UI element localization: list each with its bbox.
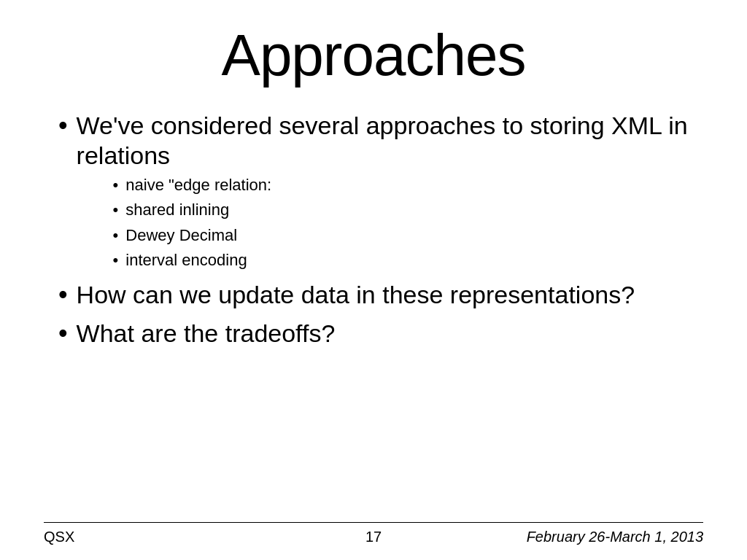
footer-left: QSX <box>44 529 74 545</box>
slide: Approaches • We've considered several ap… <box>0 0 747 560</box>
sub-bullet-item-2: • shared inlining <box>113 200 703 221</box>
footer-right: February 26-March 1, 2013 <box>527 529 703 545</box>
sub-bullet-item-4: • interval encoding <box>113 250 703 271</box>
sub-bullet-item-3: • Dewey Decimal <box>113 225 703 246</box>
sub-bullet-dot-1: • <box>113 176 119 195</box>
bullet-label-3: What are the tradeoffs? <box>77 319 336 349</box>
sub-bullet-text-4: interval encoding <box>125 250 247 271</box>
content-area: • We've considered several approaches to… <box>44 111 703 516</box>
bullet-item-3: • What are the tradeoffs? <box>58 319 703 349</box>
sub-bullets-1: • naive "edge relation: • shared inlinin… <box>113 175 703 271</box>
bullet-label-2: How can we update data in these represen… <box>77 280 635 310</box>
footer-center: 17 <box>365 529 382 545</box>
sub-bullet-text-1: naive "edge relation: <box>125 175 271 196</box>
footer: QSX 17 February 26-March 1, 2013 <box>44 522 703 545</box>
bullet-dot-3: • <box>58 320 68 346</box>
bullet-item-2: • How can we update data in these repres… <box>58 280 703 310</box>
sub-bullet-dot-2: • <box>113 201 119 219</box>
sub-bullet-item-1: • naive "edge relation: <box>113 175 703 196</box>
bullet-label-1: We've considered several approaches to s… <box>77 111 703 171</box>
sub-bullet-dot-3: • <box>113 226 119 245</box>
bullet-item-1: • We've considered several approaches to… <box>58 111 703 271</box>
slide-title: Approaches <box>44 22 703 89</box>
bullet-text-1: We've considered several approaches to s… <box>77 111 703 271</box>
sub-bullet-dot-4: • <box>113 251 119 270</box>
sub-bullet-text-2: shared inlining <box>125 200 229 221</box>
bullet-dot-2: • <box>58 281 68 308</box>
sub-bullet-text-3: Dewey Decimal <box>125 225 237 246</box>
bullet-dot-1: • <box>58 112 68 139</box>
